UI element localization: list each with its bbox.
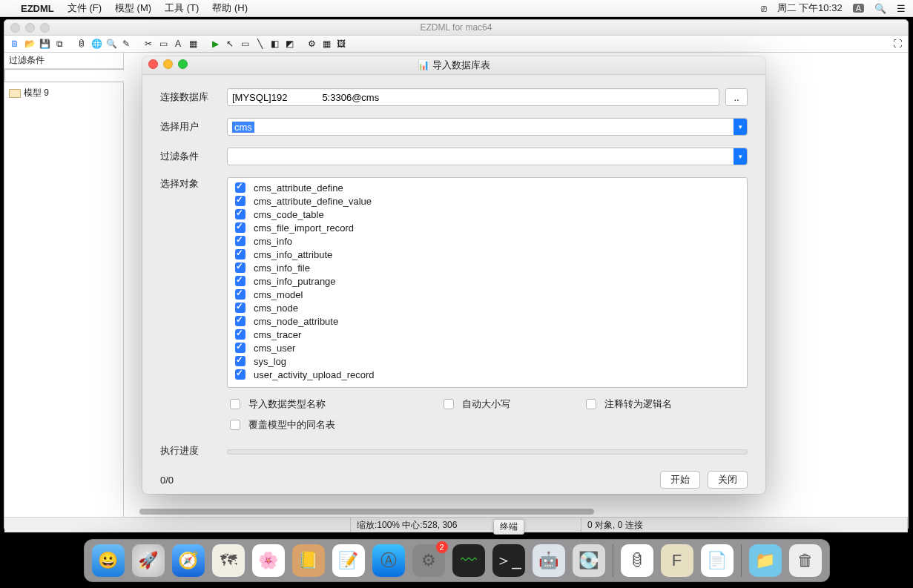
dock-diskutil-icon[interactable]: 💽 bbox=[573, 544, 605, 577]
dock-photos-icon[interactable]: 🌸 bbox=[252, 544, 285, 577]
toolbar-misc1-icon[interactable]: ◧ bbox=[268, 38, 280, 50]
dock-appstore-icon[interactable]: Ⓐ bbox=[372, 544, 405, 577]
menu-list-icon[interactable]: ☰ bbox=[897, 3, 906, 14]
toolbar-find-icon[interactable]: 🔍 bbox=[105, 38, 117, 50]
table-checkbox[interactable] bbox=[235, 262, 245, 273]
toolbar-grid-icon[interactable]: ▦ bbox=[320, 38, 332, 50]
toolbar-run-icon[interactable]: ▶ bbox=[209, 38, 221, 50]
toolbar-globe-icon[interactable]: 🌐 bbox=[90, 38, 102, 50]
toolbar-rect-icon[interactable]: ▭ bbox=[157, 38, 169, 50]
table-checkbox[interactable] bbox=[235, 182, 245, 193]
table-checkbox[interactable] bbox=[235, 369, 245, 380]
table-row[interactable]: cms_attribute_define_value bbox=[232, 194, 742, 208]
zoom-icon[interactable] bbox=[178, 59, 188, 69]
minimize-icon[interactable] bbox=[163, 59, 173, 69]
dock-trash-icon[interactable]: 🗑 bbox=[789, 544, 822, 577]
dock-contacts-icon[interactable]: 📒 bbox=[292, 544, 325, 577]
toolbar-image-icon[interactable]: 🖼 bbox=[335, 38, 347, 50]
menu-help[interactable]: 帮助 (H) bbox=[212, 1, 248, 15]
toolbar-copy-icon[interactable]: ⧉ bbox=[53, 38, 65, 50]
menu-model[interactable]: 模型 (M) bbox=[115, 1, 151, 15]
table-checkbox[interactable] bbox=[235, 236, 245, 246]
user-select[interactable]: cms ▾ bbox=[227, 118, 748, 136]
toolbar-cut-icon[interactable]: ✂ bbox=[142, 38, 154, 50]
toolbar-db-icon[interactable]: 🛢 bbox=[76, 38, 88, 50]
table-row[interactable]: cms_code_table bbox=[232, 208, 742, 221]
toolbar-rect2-icon[interactable]: ▭ bbox=[239, 38, 251, 50]
dock-db-icon[interactable]: 🛢 bbox=[621, 544, 653, 577]
airplay-icon[interactable]: ⎚ bbox=[761, 3, 767, 14]
spotlight-icon[interactable]: 🔍 bbox=[874, 3, 886, 14]
table-row[interactable]: sys_log bbox=[232, 354, 742, 368]
toolbar-edit-icon[interactable]: ✎ bbox=[120, 38, 132, 50]
menu-file[interactable]: 文件 (F) bbox=[67, 1, 102, 15]
table-row[interactable]: cms_attribute_define bbox=[232, 181, 742, 194]
table-checkbox[interactable] bbox=[235, 276, 245, 286]
table-row[interactable]: cms_node_attribute bbox=[232, 314, 742, 328]
conn-browse-button[interactable]: .. bbox=[725, 88, 748, 106]
table-checkbox[interactable] bbox=[235, 316, 245, 326]
toolbar-new-icon[interactable]: 🗎 bbox=[9, 38, 21, 50]
table-checkbox[interactable] bbox=[235, 343, 245, 353]
table-checkbox[interactable] bbox=[235, 356, 245, 366]
close-icon[interactable] bbox=[148, 59, 158, 69]
input-method-icon[interactable]: A bbox=[853, 4, 864, 13]
horizontal-scrollbar[interactable] bbox=[124, 506, 908, 517]
clock[interactable]: 周二 下午10:32 bbox=[777, 1, 843, 15]
filter-select[interactable]: ▾ bbox=[227, 148, 748, 165]
toolbar-line-icon[interactable]: ╲ bbox=[254, 38, 266, 50]
toolbar-misc2-icon[interactable]: ◩ bbox=[283, 38, 295, 50]
toolbar-save-icon[interactable]: 💾 bbox=[39, 38, 50, 50]
tables-listbox[interactable]: cms_attribute_definecms_attribute_define… bbox=[227, 177, 748, 388]
table-row[interactable]: cms_node bbox=[232, 301, 742, 314]
close-button[interactable]: 关闭 bbox=[708, 471, 748, 489]
table-row[interactable]: cms_info_file bbox=[232, 261, 742, 274]
dock-settings-icon[interactable]: ⚙2 bbox=[412, 544, 445, 577]
status-zoom: 缩放:100% 中心:528, 306 bbox=[351, 518, 581, 532]
dock-launchpad-icon[interactable]: 🚀 bbox=[132, 544, 165, 577]
sidebar-tree-item[interactable]: 模型 9 bbox=[7, 85, 120, 101]
opt-comment-logic[interactable]: 注释转为逻辑名 bbox=[583, 397, 672, 412]
table-checkbox[interactable] bbox=[235, 196, 245, 206]
toolbar-pointer-icon[interactable]: ↖ bbox=[224, 38, 236, 50]
dock-maps-icon[interactable]: 🗺 bbox=[212, 544, 245, 577]
opt-auto-case[interactable]: 自动大小写 bbox=[441, 397, 510, 412]
dock-downloads-icon[interactable]: 📁 bbox=[749, 544, 782, 577]
dock-finder-icon[interactable]: 😀 bbox=[92, 544, 125, 577]
table-checkbox[interactable] bbox=[235, 329, 245, 340]
dock-activity-icon[interactable]: 〰 bbox=[452, 544, 485, 577]
table-row[interactable]: cms_user bbox=[232, 341, 742, 354]
table-row[interactable]: cms_info_putrange bbox=[232, 274, 742, 288]
toolbar-color-icon[interactable]: ▦ bbox=[187, 38, 199, 50]
dock-textedit-icon[interactable]: 📄 bbox=[701, 544, 734, 577]
table-checkbox[interactable] bbox=[235, 249, 245, 260]
table-row[interactable]: cms_info bbox=[232, 234, 742, 248]
main-window-traffic-lights[interactable] bbox=[10, 23, 50, 33]
dialog-traffic-lights[interactable] bbox=[148, 59, 188, 69]
app-name[interactable]: EZDML bbox=[21, 3, 54, 14]
table-checkbox[interactable] bbox=[235, 209, 245, 219]
table-checkbox[interactable] bbox=[235, 289, 245, 300]
toolbar-exec-icon[interactable]: ⚙ bbox=[306, 38, 317, 50]
dock-font-icon[interactable]: F bbox=[661, 544, 693, 577]
table-row[interactable]: user_activity_upload_record bbox=[232, 368, 742, 381]
dock-notes-icon[interactable]: 📝 bbox=[332, 544, 365, 577]
opt-import-typename[interactable]: 导入数据类型名称 bbox=[227, 397, 326, 412]
dock-safari-icon[interactable]: 🧭 bbox=[172, 544, 205, 577]
table-row[interactable]: cms_tracer bbox=[232, 328, 742, 341]
opt-overwrite[interactable]: 覆盖模型中的同名表 bbox=[227, 417, 335, 432]
conn-input[interactable] bbox=[227, 88, 719, 106]
table-row[interactable]: cms_model bbox=[232, 288, 742, 301]
toolbar-fullscreen-icon[interactable]: ⛶ bbox=[891, 38, 903, 50]
table-row[interactable]: cms_info_attribute bbox=[232, 248, 742, 261]
table-checkbox[interactable] bbox=[235, 303, 245, 313]
toolbar-text-icon[interactable]: A bbox=[172, 38, 184, 50]
table-row[interactable]: cms_file_import_record bbox=[232, 221, 742, 234]
start-button[interactable]: 开始 bbox=[660, 471, 700, 489]
table-checkbox[interactable] bbox=[235, 222, 245, 233]
toolbar-open-icon[interactable]: 📂 bbox=[24, 38, 36, 50]
dock-automator-icon[interactable]: 🤖 bbox=[533, 544, 565, 577]
sidebar-filter-input[interactable] bbox=[4, 69, 125, 82]
dock-terminal-icon[interactable]: ＞_ bbox=[492, 544, 525, 577]
menu-tools[interactable]: 工具 (T) bbox=[165, 1, 199, 15]
